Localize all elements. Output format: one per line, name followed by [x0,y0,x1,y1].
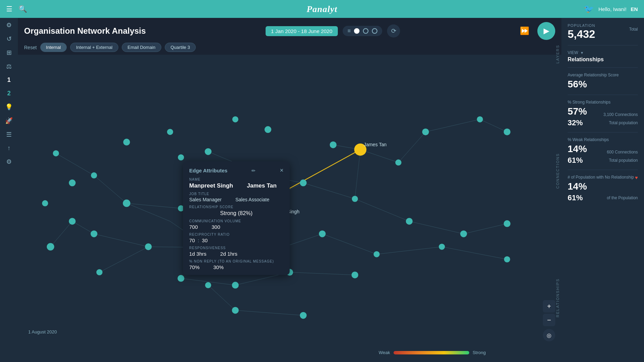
recip-val-2: 30 [202,237,208,243]
svg-point-39 [205,148,212,155]
fast-forward-icon[interactable]: ⏩ [520,26,529,35]
svg-line-30 [442,247,507,259]
filter-email-domain[interactable]: Email Domain [122,43,161,52]
rocket-icon[interactable]: 🚀 [5,117,13,125]
top-navigation: ☰ 🔍 Panalyt 🐦 Hello, Iwani! EN [0,0,644,18]
nonreply-field-label: % NON REPLY (TO AN ORIGINAL MESSAGE) [189,259,283,263]
resp-values: 1d 3hrs 2d 1hrs [189,251,283,257]
hamburger-icon[interactable]: ☰ [6,5,12,13]
svg-point-61 [300,312,307,319]
filter-internal[interactable]: Internal [40,43,67,52]
weak-total-pct: 61% [568,156,583,165]
strong-rel-section: % Strong Relationships 57% 3,100 Connect… [568,100,638,132]
svg-line-2 [56,153,94,175]
person1-name: Manpreet Singh [189,182,233,189]
recip-field-label: RECIPROCITY RATIO [189,233,283,236]
svg-point-67 [460,231,467,237]
person2-job: Sales Associate [235,197,269,202]
edge-popup: Edge Attributes ✏ × NAME Manpreet Singh … [183,161,290,275]
resp-val-2: 2d 1hrs [220,251,237,257]
date-label: 1 August 2020 [28,329,57,334]
view-row[interactable]: VIEW ▼ [568,50,638,55]
zoom-out-button[interactable]: − [543,314,555,326]
svg-point-41 [167,129,173,135]
date-range-button[interactable]: 1 Jan 2020 - 18 June 2020 [266,26,338,36]
strong-connections: 3,100 Connections [603,112,638,117]
svg-point-43 [91,172,97,179]
reset-view-button[interactable]: ◎ [543,329,555,341]
strong-pct: 57% [568,106,587,117]
comm-val-2: 300 [212,224,220,230]
svg-point-70 [504,220,511,227]
history-button[interactable]: ⟳ [387,24,400,38]
filter-internal-external[interactable]: Internal + External [70,43,118,52]
sidebar-num-2[interactable]: 2 [7,90,11,97]
settings-icon[interactable]: ⚙ [6,158,12,166]
svg-point-72 [47,243,54,251]
svg-point-73 [69,218,76,225]
grid-icon[interactable]: ⊞ [7,49,12,56]
sidebar-num-1[interactable]: 1 [7,76,11,84]
content-area: Organisation Network Analysis 1 Jan 2020… [18,18,561,362]
language-badge[interactable]: EN [631,6,638,12]
svg-line-14 [303,183,355,199]
bulb-icon[interactable]: 💡 [5,103,13,111]
view-dropdown-arrow[interactable]: ▼ [580,51,584,55]
edge-popup-title: Edge Attributes [189,168,227,173]
recip-colon: : [198,237,199,243]
score-field-label: RELATIONSHIP SCORE [189,205,283,209]
network-canvas[interactable]: Manpreet Singh James Tan 1 August 2020 W… [18,55,561,362]
search-icon[interactable]: 🔍 [19,5,27,13]
menu-lines-icon[interactable]: ≡ [347,28,351,34]
filter-quartile3[interactable]: Quartile 3 [165,43,196,52]
svg-point-58 [352,196,358,202]
gradient-bar-container: Weak Strong [379,350,486,355]
dot-3[interactable] [372,28,377,34]
zoom-in-button[interactable]: + [543,300,555,312]
brand-name: Panalyt [307,4,337,14]
reset-button[interactable]: Reset [24,45,37,50]
strong-rel-title: % Strong Relationships [568,100,638,105]
svg-line-33 [127,203,181,209]
resp-val-1: 1d 3hrs [189,251,206,257]
nav-left: ☰ 🔍 [6,5,27,13]
filter-icon[interactable]: ⚙ [6,21,12,29]
svg-point-68 [477,116,483,123]
no-rel-pct: 14% [568,181,638,192]
svg-line-19 [94,234,148,247]
play-button[interactable]: ▶ [537,22,555,40]
svg-point-47 [90,231,97,237]
refresh-icon[interactable]: ↺ [7,35,12,43]
dot-1[interactable] [354,28,359,34]
svg-point-57 [330,141,337,148]
edge-popup-edit-icon[interactable]: ✏ [251,168,256,173]
list-icon[interactable]: ☰ [6,131,12,138]
dot-controls: ≡ [343,26,382,36]
svg-line-18 [72,221,94,234]
name-field-label: NAME [189,178,283,181]
svg-point-48 [123,200,130,207]
heart-icon[interactable]: ♥ [635,175,638,180]
svg-point-66 [439,244,445,250]
edge-popup-close-button[interactable]: × [280,167,283,174]
svg-line-17 [464,224,507,234]
svg-point-71 [504,256,510,263]
share-icon[interactable]: ↑ [8,145,11,152]
nonreply-val-2: 30% [213,264,224,270]
svg-point-40 [178,154,184,160]
svg-point-74 [96,269,103,275]
svg-line-24 [51,221,72,247]
total-label: Total [629,27,638,32]
svg-point-75 [178,275,184,282]
dot-2[interactable] [363,28,368,34]
svg-point-44 [53,150,59,157]
nonreply-values: 70% 30% [189,264,283,270]
svg-point-69 [504,128,511,135]
balance-icon[interactable]: ⚖ [6,63,12,70]
gradient-bar [394,351,469,354]
svg-point-38 [232,116,238,123]
svg-line-25 [99,247,148,272]
comm-values: 700 300 [189,224,283,230]
svg-line-7 [398,132,426,162]
resp-field-label: RESPONSIVENESS [189,246,283,250]
